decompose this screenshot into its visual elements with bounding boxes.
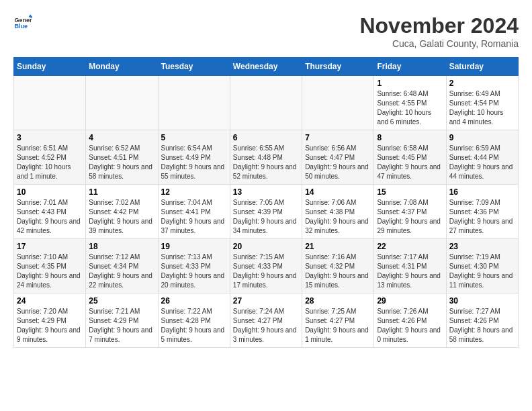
day-info: Sunrise: 7:22 AM Sunset: 4:28 PM Dayligh… [161, 307, 227, 345]
day-info: Sunrise: 7:12 AM Sunset: 4:34 PM Dayligh… [89, 253, 154, 290]
calendar-cell: 22Sunrise: 7:17 AM Sunset: 4:31 PM Dayli… [374, 239, 446, 293]
calendar-cell: 9Sunrise: 6:59 AM Sunset: 4:44 PM Daylig… [446, 130, 518, 185]
day-info: Sunrise: 7:02 AM Sunset: 4:42 PM Dayligh… [89, 198, 154, 236]
day-info: Sunrise: 7:06 AM Sunset: 4:38 PM Dayligh… [305, 198, 371, 236]
calendar-cell: 19Sunrise: 7:13 AM Sunset: 4:33 PM Dayli… [158, 239, 230, 293]
day-info: Sunrise: 6:59 AM Sunset: 4:44 PM Dayligh… [449, 144, 515, 181]
calendar-cell: 1Sunrise: 6:48 AM Sunset: 4:55 PM Daylig… [374, 76, 446, 130]
day-number: 25 [89, 296, 154, 306]
calendar-cell: 24Sunrise: 7:20 AM Sunset: 4:29 PM Dayli… [14, 293, 86, 348]
day-info: Sunrise: 7:17 AM Sunset: 4:31 PM Dayligh… [377, 253, 443, 290]
day-info: Sunrise: 7:15 AM Sunset: 4:33 PM Dayligh… [233, 253, 299, 290]
calendar-cell [230, 76, 302, 130]
calendar-cell: 11Sunrise: 7:02 AM Sunset: 4:42 PM Dayli… [86, 185, 158, 239]
day-number: 26 [161, 296, 227, 306]
day-number: 13 [233, 187, 299, 197]
weekday-header-wednesday: Wednesday [230, 58, 302, 76]
day-info: Sunrise: 6:52 AM Sunset: 4:51 PM Dayligh… [89, 144, 154, 181]
week-row-4: 17Sunrise: 7:10 AM Sunset: 4:35 PM Dayli… [14, 239, 519, 293]
calendar-cell [86, 76, 158, 130]
day-info: Sunrise: 7:05 AM Sunset: 4:39 PM Dayligh… [233, 198, 299, 236]
logo-icon: General Blue [13, 13, 32, 32]
day-number: 27 [233, 296, 299, 306]
day-number: 2 [449, 79, 515, 88]
day-info: Sunrise: 6:56 AM Sunset: 4:47 PM Dayligh… [305, 144, 371, 181]
day-number: 18 [89, 242, 154, 251]
header: General Blue November 2024 Cuca, Galati … [13, 13, 519, 49]
week-row-3: 10Sunrise: 7:01 AM Sunset: 4:43 PM Dayli… [14, 185, 519, 239]
day-number: 24 [17, 296, 83, 306]
day-info: Sunrise: 7:20 AM Sunset: 4:29 PM Dayligh… [17, 307, 83, 345]
calendar-cell: 2Sunrise: 6:49 AM Sunset: 4:54 PM Daylig… [446, 76, 518, 130]
logo: General Blue [13, 13, 32, 32]
day-number: 14 [305, 187, 371, 197]
day-number: 23 [449, 242, 515, 251]
day-info: Sunrise: 6:51 AM Sunset: 4:52 PM Dayligh… [17, 144, 83, 181]
calendar-cell [158, 76, 230, 130]
week-row-1: 1Sunrise: 6:48 AM Sunset: 4:55 PM Daylig… [14, 76, 519, 130]
calendar-cell: 18Sunrise: 7:12 AM Sunset: 4:34 PM Dayli… [86, 239, 158, 293]
day-info: Sunrise: 6:48 AM Sunset: 4:55 PM Dayligh… [377, 89, 443, 127]
day-number: 15 [377, 187, 443, 197]
day-info: Sunrise: 6:58 AM Sunset: 4:45 PM Dayligh… [377, 144, 443, 181]
day-number: 16 [449, 187, 515, 197]
month-title: November 2024 [359, 13, 519, 38]
weekday-header-saturday: Saturday [446, 58, 518, 76]
day-number: 29 [377, 296, 443, 306]
title-area: November 2024 Cuca, Galati County, Roman… [359, 13, 519, 49]
day-number: 7 [305, 133, 371, 142]
day-number: 17 [17, 242, 83, 251]
calendar-cell: 30Sunrise: 7:27 AM Sunset: 4:26 PM Dayli… [446, 293, 518, 348]
calendar-cell: 12Sunrise: 7:04 AM Sunset: 4:41 PM Dayli… [158, 185, 230, 239]
day-number: 8 [377, 133, 443, 142]
day-number: 10 [17, 187, 83, 197]
day-info: Sunrise: 7:27 AM Sunset: 4:26 PM Dayligh… [449, 307, 515, 345]
calendar-cell: 26Sunrise: 7:22 AM Sunset: 4:28 PM Dayli… [158, 293, 230, 348]
calendar-cell: 17Sunrise: 7:10 AM Sunset: 4:35 PM Dayli… [14, 239, 86, 293]
day-number: 28 [305, 296, 371, 306]
calendar-cell: 8Sunrise: 6:58 AM Sunset: 4:45 PM Daylig… [374, 130, 446, 185]
weekday-header-thursday: Thursday [302, 58, 374, 76]
day-number: 4 [89, 133, 154, 142]
calendar-cell: 20Sunrise: 7:15 AM Sunset: 4:33 PM Dayli… [230, 239, 302, 293]
day-number: 22 [377, 242, 443, 251]
week-row-5: 24Sunrise: 7:20 AM Sunset: 4:29 PM Dayli… [14, 293, 519, 348]
calendar-cell: 28Sunrise: 7:25 AM Sunset: 4:27 PM Dayli… [302, 293, 374, 348]
svg-text:Blue: Blue [14, 23, 28, 30]
calendar-cell [14, 76, 86, 130]
calendar-cell: 15Sunrise: 7:08 AM Sunset: 4:37 PM Dayli… [374, 185, 446, 239]
calendar-cell: 14Sunrise: 7:06 AM Sunset: 4:38 PM Dayli… [302, 185, 374, 239]
day-info: Sunrise: 6:49 AM Sunset: 4:54 PM Dayligh… [449, 89, 515, 127]
week-row-2: 3Sunrise: 6:51 AM Sunset: 4:52 PM Daylig… [14, 130, 519, 185]
day-info: Sunrise: 7:04 AM Sunset: 4:41 PM Dayligh… [161, 198, 227, 236]
calendar-table: SundayMondayTuesdayWednesdayThursdayFrid… [13, 57, 519, 348]
day-info: Sunrise: 7:21 AM Sunset: 4:29 PM Dayligh… [89, 307, 154, 345]
day-info: Sunrise: 7:16 AM Sunset: 4:32 PM Dayligh… [305, 253, 371, 290]
day-info: Sunrise: 7:09 AM Sunset: 4:36 PM Dayligh… [449, 198, 515, 236]
calendar-cell: 7Sunrise: 6:56 AM Sunset: 4:47 PM Daylig… [302, 130, 374, 185]
calendar-cell: 13Sunrise: 7:05 AM Sunset: 4:39 PM Dayli… [230, 185, 302, 239]
day-info: Sunrise: 7:08 AM Sunset: 4:37 PM Dayligh… [377, 198, 443, 236]
calendar-cell: 6Sunrise: 6:55 AM Sunset: 4:48 PM Daylig… [230, 130, 302, 185]
day-number: 30 [449, 296, 515, 306]
calendar-cell: 5Sunrise: 6:54 AM Sunset: 4:49 PM Daylig… [158, 130, 230, 185]
day-info: Sunrise: 7:19 AM Sunset: 4:30 PM Dayligh… [449, 253, 515, 290]
day-number: 3 [17, 133, 83, 142]
calendar-cell: 4Sunrise: 6:52 AM Sunset: 4:51 PM Daylig… [86, 130, 158, 185]
day-number: 5 [161, 133, 227, 142]
calendar-cell: 25Sunrise: 7:21 AM Sunset: 4:29 PM Dayli… [86, 293, 158, 348]
day-info: Sunrise: 7:01 AM Sunset: 4:43 PM Dayligh… [17, 198, 83, 236]
calendar-cell: 29Sunrise: 7:26 AM Sunset: 4:26 PM Dayli… [374, 293, 446, 348]
svg-text:General: General [14, 17, 32, 24]
location-subtitle: Cuca, Galati County, Romania [359, 38, 519, 49]
calendar-cell: 21Sunrise: 7:16 AM Sunset: 4:32 PM Dayli… [302, 239, 374, 293]
weekday-header-sunday: Sunday [14, 58, 86, 76]
day-info: Sunrise: 7:13 AM Sunset: 4:33 PM Dayligh… [161, 253, 227, 290]
day-number: 1 [377, 79, 443, 88]
day-number: 6 [233, 133, 299, 142]
calendar-cell: 16Sunrise: 7:09 AM Sunset: 4:36 PM Dayli… [446, 185, 518, 239]
day-info: Sunrise: 7:24 AM Sunset: 4:27 PM Dayligh… [233, 307, 299, 345]
day-info: Sunrise: 6:55 AM Sunset: 4:48 PM Dayligh… [233, 144, 299, 181]
calendar-cell: 10Sunrise: 7:01 AM Sunset: 4:43 PM Dayli… [14, 185, 86, 239]
calendar-cell [302, 76, 374, 130]
